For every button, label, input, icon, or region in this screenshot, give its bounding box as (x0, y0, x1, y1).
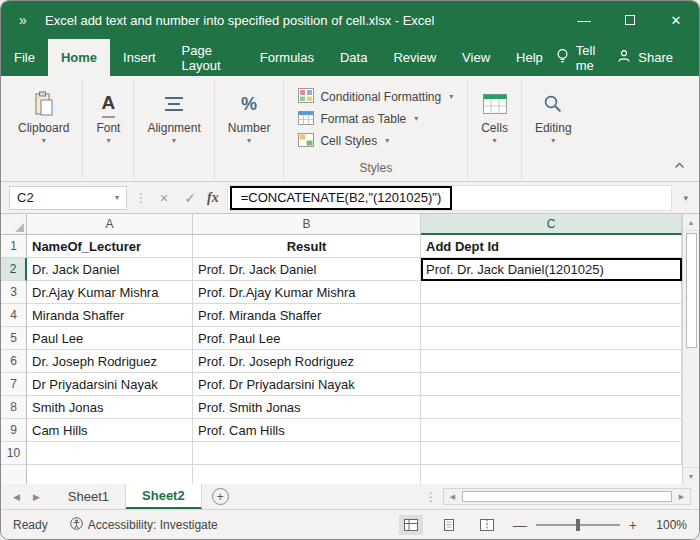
horizontal-scrollbar-thumb[interactable] (462, 491, 672, 502)
cell-a3[interactable]: Dr.Ajay Kumar Mishra (27, 281, 193, 304)
next-sheet-icon[interactable]: ▶ (33, 492, 40, 502)
column-header-c[interactable]: C (421, 214, 682, 235)
row-header[interactable]: 5 (1, 327, 27, 350)
select-all-corner[interactable] (1, 214, 27, 235)
column-header-b[interactable]: B (193, 214, 421, 235)
zoom-slider[interactable] (536, 524, 620, 526)
tab-review[interactable]: Review (380, 39, 449, 76)
row-header[interactable]: 4 (1, 304, 27, 327)
name-box[interactable]: C2 ▾ (9, 186, 127, 210)
minimize-button[interactable]: — (561, 1, 607, 39)
share-button[interactable]: Share (617, 49, 673, 66)
cell-c6[interactable] (421, 350, 682, 373)
row-header[interactable]: 6 (1, 350, 27, 373)
scroll-down-icon[interactable]: ▼ (683, 467, 699, 484)
tab-file[interactable]: File (1, 39, 48, 76)
sheet-tab-sheet2[interactable]: Sheet2 (126, 484, 202, 509)
cell-c7[interactable] (421, 373, 682, 396)
cell-c4[interactable] (421, 304, 682, 327)
scroll-left-icon[interactable]: ◀ (444, 493, 461, 501)
row-header[interactable]: 1 (1, 235, 27, 258)
cell-b9[interactable]: Prof. Cam Hills (193, 419, 421, 442)
tab-insert[interactable]: Insert (110, 39, 169, 76)
tab-home[interactable]: Home (48, 39, 110, 76)
horizontal-scrollbar[interactable]: ◀ ▶ (443, 488, 691, 505)
cell-b3[interactable]: Prof. Dr.Ajay Kumar Mishra (193, 281, 421, 304)
quick-access-icon[interactable]: » (1, 12, 45, 28)
row-header[interactable]: 8 (1, 396, 27, 419)
cells-button[interactable]: Cells ▾ (481, 90, 508, 144)
accessibility-status[interactable]: Accessibility: Investigate (70, 517, 218, 533)
cell-a4[interactable]: Miranda Shaffer (27, 304, 193, 327)
tab-view[interactable]: View (449, 39, 503, 76)
cell-a5[interactable]: Paul Lee (27, 327, 193, 350)
row-header[interactable]: 10 (1, 442, 27, 465)
cell-c10[interactable] (421, 442, 682, 465)
maximize-button[interactable] (607, 1, 653, 39)
cell-a7[interactable]: Dr Priyadarsini Nayak (27, 373, 193, 396)
tell-me-button[interactable]: Tell me (556, 43, 596, 73)
confirm-entry-icon[interactable]: ✓ (181, 190, 199, 206)
number-button[interactable]: % Number ▾ (228, 90, 271, 144)
cell-b4[interactable]: Prof. Miranda Shaffer (193, 304, 421, 327)
cell-a9[interactable]: Cam Hills (27, 419, 193, 442)
collapse-ribbon-icon[interactable] (674, 155, 685, 173)
row-header[interactable]: 9 (1, 419, 27, 442)
format-as-table-button[interactable]: Format as Table ▾ (298, 108, 418, 130)
clipboard-button[interactable]: Clipboard ▾ (18, 90, 69, 144)
new-sheet-button[interactable]: + (212, 488, 229, 505)
cell-b6[interactable]: Prof. Dr. Joseph Rodriguez (193, 350, 421, 373)
conditional-formatting-button[interactable]: Conditional Formatting ▾ (298, 86, 453, 108)
row-header[interactable]: 7 (1, 373, 27, 396)
formula-bar-expand-icon[interactable]: ▾ (680, 193, 691, 203)
cell-a1[interactable]: NameOf_Lecturer (27, 235, 193, 258)
prev-sheet-icon[interactable]: ◀ (13, 492, 20, 502)
cell-a8[interactable]: Smith Jonas (27, 396, 193, 419)
scroll-up-icon[interactable]: ▲ (683, 214, 699, 231)
cell-b8[interactable]: Prof. Smith Jonas (193, 396, 421, 419)
zoom-out-button[interactable]: — (513, 517, 527, 533)
sheet-tab-sheet1[interactable]: Sheet1 (52, 484, 126, 509)
formula-annotation-box: =CONCATENATE(B2,"(1201025)") (230, 186, 453, 210)
zoom-slider-thumb[interactable] (576, 519, 580, 531)
tab-page-layout[interactable]: Page Layout (169, 39, 247, 76)
tab-data[interactable]: Data (327, 39, 380, 76)
scroll-right-icon[interactable]: ▶ (673, 493, 690, 501)
cell-a6[interactable]: Dr. Joseph Rodriguez (27, 350, 193, 373)
row-header[interactable]: 2 (1, 258, 27, 281)
cell-c8[interactable] (421, 396, 682, 419)
tab-help[interactable]: Help (503, 39, 556, 76)
cell-c3[interactable] (421, 281, 682, 304)
insert-function-icon[interactable]: fx (207, 190, 219, 206)
font-button[interactable]: A Font ▾ (96, 90, 120, 144)
vertical-scrollbar[interactable]: ▲ ▼ (682, 214, 699, 484)
zoom-level[interactable]: 100% (651, 518, 687, 532)
row-header[interactable]: 3 (1, 281, 27, 304)
cell-b2[interactable]: Prof. Dr. Jack Daniel (193, 258, 421, 281)
close-button[interactable]: ✕ (653, 1, 699, 39)
column-header-a[interactable]: A (27, 214, 193, 235)
worksheet-area: A B C 1 NameOf_Lecturer Result Add Dept … (1, 214, 699, 484)
formula-input[interactable]: =CONCATENATE(B2,"(1201025)") (227, 185, 673, 211)
cell-b5[interactable]: Prof. Paul Lee (193, 327, 421, 350)
cell-b10[interactable] (193, 442, 421, 465)
cell-b7[interactable]: Prof. Dr Priyadarsini Nayak (193, 373, 421, 396)
cell-c5[interactable] (421, 327, 682, 350)
alignment-button[interactable]: Alignment ▾ (147, 90, 200, 144)
cell-c1[interactable]: Add Dept Id (421, 235, 682, 258)
cancel-entry-icon[interactable]: × (155, 190, 173, 206)
editing-button[interactable]: Editing ▾ (535, 90, 572, 144)
cell-c2-active[interactable]: Prof. Dr. Jack Daniel(1201025) (421, 258, 682, 281)
page-layout-view-button[interactable] (437, 515, 461, 535)
zoom-in-button[interactable]: + (629, 517, 637, 533)
page-break-view-button[interactable] (475, 515, 499, 535)
cell-a10[interactable] (27, 442, 193, 465)
tab-formulas[interactable]: Formulas (247, 39, 327, 76)
normal-view-button[interactable] (399, 515, 423, 535)
cell-styles-button[interactable]: Cell Styles ▾ (298, 130, 389, 152)
cell-b1[interactable]: Result (193, 235, 421, 258)
group-number: % Number ▾ (215, 80, 285, 179)
cell-a2[interactable]: Dr. Jack Daniel (27, 258, 193, 281)
vertical-scrollbar-thumb[interactable] (686, 233, 697, 348)
cell-c9[interactable] (421, 419, 682, 442)
